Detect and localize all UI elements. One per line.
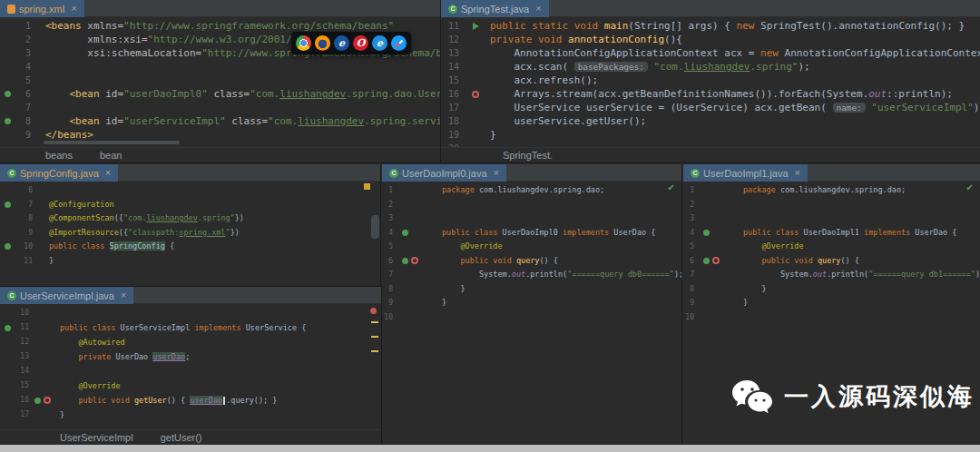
code-text: System.out.println("======query db1=====… <box>740 268 980 282</box>
breadcrumb-item[interactable]: getUser() <box>161 432 202 443</box>
close-icon[interactable]: × <box>121 290 126 300</box>
bean-icon[interactable] <box>5 243 11 250</box>
tab-bar: C UserDaoImpl1.java × <box>683 164 980 182</box>
line-number: 8 <box>15 211 36 226</box>
code-text: } <box>740 296 748 310</box>
line-number: 18 <box>441 114 465 128</box>
close-icon[interactable]: × <box>535 4 541 14</box>
horizontal-scrollbar-thumb[interactable] <box>44 141 180 144</box>
code-line: 9@ImportResource({"classpath:spring.xml"… <box>0 226 380 241</box>
code-text: public static void main(String[] args) {… <box>486 19 965 33</box>
close-icon[interactable]: × <box>105 168 111 178</box>
line-number: 2 <box>382 198 397 212</box>
bean-icon[interactable] <box>402 258 408 264</box>
line-number: 6 <box>15 87 36 101</box>
line-number: 13 <box>15 349 33 364</box>
override-icon[interactable] <box>712 257 720 264</box>
class-icon: C <box>389 169 398 178</box>
class-icon: C <box>7 169 16 178</box>
code-text: public void query() { <box>740 254 859 269</box>
safari-icon[interactable] <box>391 35 407 51</box>
line-number: 11 <box>15 254 36 269</box>
tab-user-dao-1[interactable]: C UserDaoImpl1.java × <box>683 164 808 182</box>
line-number: 4 <box>683 226 698 241</box>
line-number: 7 <box>382 268 397 282</box>
tab-user-dao-0[interactable]: C UserDaoImpl0.java × <box>382 164 506 182</box>
code-text: public void getUser() { userDao.query();… <box>56 393 277 408</box>
tab-label: UserServiceImpl.java <box>20 290 114 301</box>
edge-icon[interactable]: e <box>372 35 387 51</box>
opera-icon[interactable]: O <box>353 35 368 51</box>
code-text: private UserDao userDao; <box>56 349 190 364</box>
bean-icon[interactable] <box>5 325 11 331</box>
tab-spring-config[interactable]: C SpringConfig.java × <box>0 164 118 182</box>
code-line: 18 userService.getUser(); <box>441 114 980 128</box>
line-number: 9 <box>382 296 397 310</box>
vertical-scrollbar-thumb[interactable] <box>371 215 379 239</box>
compass-needle <box>395 39 402 46</box>
editor-pane-user-service: C UserServiceImpl.java × 1011public clas… <box>0 286 382 445</box>
tab-spring-test[interactable]: C SpringTest.java × <box>441 0 549 17</box>
code-text: <bean id="userServiceImpl" class="com.li… <box>42 114 441 128</box>
code-line: 5 @Override <box>683 240 980 254</box>
line-number: 8 <box>683 282 698 297</box>
tab-user-service[interactable]: C UserServiceImpl.java × <box>0 287 133 304</box>
breadcrumb-bar: UserServiceImplgetUser() <box>0 429 381 445</box>
breadcrumb-item[interactable]: bean <box>100 150 122 161</box>
text-caret <box>223 397 225 404</box>
warning-marker <box>364 183 370 190</box>
code-text: @Override <box>56 378 121 393</box>
line-number: 5 <box>382 240 397 254</box>
firefox-icon[interactable] <box>315 35 330 51</box>
close-icon[interactable]: × <box>795 168 800 178</box>
line-number: 7 <box>683 268 698 282</box>
inspection-ok-icon: ✔ <box>668 182 675 192</box>
close-icon[interactable]: × <box>494 168 499 178</box>
code-text: <bean id="userDaoImpl0" class="com.liush… <box>42 87 441 101</box>
code-text: } <box>56 408 64 422</box>
tab-label: UserDaoImpl1.java <box>703 168 789 179</box>
bean-icon[interactable] <box>5 201 11 208</box>
breadcrumb-bar: SpringTest. <box>441 147 980 162</box>
play-icon[interactable] <box>473 23 479 30</box>
code-line: 17} <box>0 408 381 422</box>
override-icon[interactable] <box>44 397 51 404</box>
chrome-icon[interactable] <box>296 35 311 51</box>
line-number: 7 <box>15 198 36 212</box>
bean-icon[interactable] <box>5 91 11 97</box>
breadcrumb-item[interactable]: beans <box>45 150 73 161</box>
line-number: 16 <box>15 393 33 408</box>
editor-pane-spring-config: C SpringConfig.java × 67@Configuration8@… <box>0 164 381 286</box>
bean-icon[interactable] <box>34 398 41 404</box>
override-icon[interactable] <box>411 257 418 264</box>
ie-icon[interactable]: e <box>334 35 349 51</box>
line-number: 15 <box>441 74 465 87</box>
code-text: public void query() { <box>438 254 558 269</box>
override-icon[interactable] <box>472 91 479 98</box>
bean-icon[interactable] <box>703 258 710 264</box>
bean-icon[interactable] <box>402 230 408 236</box>
editor-pane-spring-xml: spring.xml × 1<beans xmlns="http://www.s… <box>0 0 441 163</box>
bean-icon[interactable] <box>5 118 11 124</box>
tab-label: UserDaoImpl0.java <box>402 168 487 179</box>
browser-toolbar: eOe <box>291 32 411 54</box>
code-line: 1package com.liushangdev.spring.dao; <box>382 183 681 198</box>
bottom-strip <box>0 445 980 452</box>
code-line: 1package com.liushangdev.spring.dao; <box>683 183 980 198</box>
code-text: acx.refresh(); <box>486 74 598 87</box>
code-line: 1<beans xmlns="http://www.springframewor… <box>0 19 440 33</box>
code-text: public class SpringConfig { <box>42 240 174 254</box>
code-line: 16 Arrays.stream(acx.getBeanDefinitionNa… <box>441 87 980 101</box>
inspection-ok-icon: ✔ <box>966 182 974 192</box>
wechat-icon <box>731 378 773 415</box>
line-number: 1 <box>382 183 397 198</box>
tab-spring-xml[interactable]: spring.xml × <box>0 0 84 17</box>
code-line: 8 } <box>683 282 980 297</box>
breadcrumb-item[interactable]: SpringTest. <box>503 150 553 161</box>
breadcrumb-item[interactable]: UserServiceImpl <box>60 432 133 443</box>
bean-icon[interactable] <box>703 230 710 236</box>
close-icon[interactable]: × <box>71 4 76 14</box>
code-line: 14 <box>0 364 381 378</box>
line-number: 19 <box>441 128 465 142</box>
code-line: 13 private UserDao userDao; <box>0 349 381 364</box>
